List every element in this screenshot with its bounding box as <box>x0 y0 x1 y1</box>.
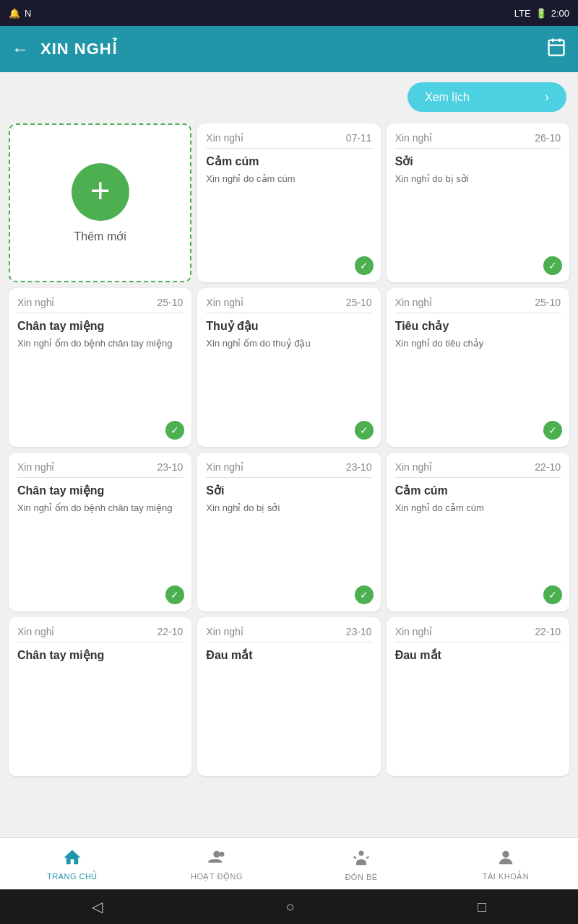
xem-lich-button[interactable]: Xem lịch › <box>407 82 566 112</box>
card-desc: Xin nghỉ do cảm cúm <box>395 502 561 515</box>
check-icon: ✓ <box>543 256 562 275</box>
card-title: Đau mắt <box>206 648 371 662</box>
nav-item-tai-khoan[interactable]: TÀI KHOẢN <box>434 838 578 889</box>
svg-rect-0 <box>549 40 564 56</box>
network-icon: N <box>25 8 31 19</box>
nav-label-hoat-dong: HOẠT ĐỘNG <box>191 872 243 881</box>
card-desc: Xin nghỉ do tiêu chảy <box>395 337 561 350</box>
check-icon: ✓ <box>355 256 374 275</box>
card-title: Cảm cúm <box>395 484 561 497</box>
card-header: Xin nghỉ 23-10 <box>206 461 371 478</box>
card-title: Cảm cúm <box>206 154 371 168</box>
nav-item-trang-chu[interactable]: TRANG CHỦ <box>0 838 144 889</box>
list-item[interactable]: Xin nghỉ 07-11 Cảm cúm Xin nghỉ do cảm c… <box>197 123 380 282</box>
list-item[interactable]: Xin nghỉ 22-10 Chân tay miệng <box>9 617 191 776</box>
list-item[interactable]: Xin nghỉ 25-10 Chân tay miệng Xin nghỉ ố… <box>9 288 191 447</box>
card-desc: Xin nghỉ ốm do bệnh chân tay miệng <box>17 337 183 350</box>
lte-icon: LTE <box>514 8 531 19</box>
card-date: 22-10 <box>158 626 184 637</box>
card-date: 23-10 <box>346 461 372 473</box>
card-date: 25-10 <box>158 297 184 308</box>
card-type: Xin nghỉ <box>17 461 54 473</box>
plus-icon: + <box>90 173 111 208</box>
add-new-card[interactable]: + Thêm mới <box>9 123 191 282</box>
check-icon: ✓ <box>165 585 184 604</box>
svg-point-4 <box>213 851 220 858</box>
notification-icon: 🔔 <box>9 8 20 19</box>
xem-lich-label: Xem lịch <box>425 90 470 104</box>
home-system-button[interactable]: ○ <box>268 893 311 921</box>
card-type: Xin nghỉ <box>17 626 54 637</box>
card-date: 23-10 <box>346 626 372 637</box>
list-item[interactable]: Xin nghỉ 26-10 Sởi Xin nghỉ do bị sởi ✓ <box>387 123 569 282</box>
card-date: 22-10 <box>535 626 561 637</box>
svg-point-7 <box>502 851 509 858</box>
back-system-button[interactable]: ◁ <box>74 892 120 921</box>
list-item[interactable]: Xin nghỉ 25-10 Thuỷ đậu Xin nghỉ ốm do t… <box>197 288 380 447</box>
card-title: Sởi <box>395 154 561 168</box>
system-nav: ◁ ○ □ <box>0 889 578 924</box>
pickup-icon <box>350 847 373 870</box>
card-header: Xin nghỉ 22-10 <box>395 626 561 642</box>
card-title: Chân tay miệng <box>17 319 183 333</box>
status-left-icons: 🔔 N <box>9 8 31 19</box>
list-item[interactable]: Xin nghỉ 23-10 Đau mắt <box>197 617 380 776</box>
card-title: Đau mắt <box>395 648 561 662</box>
card-desc: Xin nghỉ ốm do bệnh chân tay miệng <box>17 502 183 515</box>
bottom-nav: TRANG CHỦ HOẠT ĐỘNG ĐÓN BÉ <box>0 837 578 889</box>
check-icon: ✓ <box>165 421 184 440</box>
card-date: 22-10 <box>535 461 561 473</box>
card-desc: Xin nghỉ do bị sởi <box>395 173 561 186</box>
card-type: Xin nghỉ <box>206 461 243 473</box>
nav-label-don-be: ĐÓN BÉ <box>345 873 377 881</box>
card-type: Xin nghỉ <box>17 297 54 308</box>
chevron-right-icon: › <box>545 90 549 105</box>
recent-system-button[interactable]: □ <box>460 893 504 921</box>
add-circle: + <box>72 163 129 221</box>
check-icon: ✓ <box>355 421 374 440</box>
card-date: 25-10 <box>535 297 561 308</box>
add-label: Thêm mới <box>74 230 126 243</box>
calendar-icon <box>546 37 566 57</box>
battery-icon: 🔋 <box>535 8 547 19</box>
card-header: Xin nghỉ 25-10 <box>17 297 183 313</box>
card-header: Xin nghỉ 23-10 <box>17 461 183 478</box>
card-header: Xin nghỉ 25-10 <box>395 297 561 313</box>
card-type: Xin nghỉ <box>206 626 243 637</box>
card-type: Xin nghỉ <box>395 297 432 308</box>
list-item[interactable]: Xin nghỉ 22-10 Đau mắt <box>387 617 569 776</box>
card-type: Xin nghỉ <box>395 626 432 637</box>
card-header: Xin nghỉ 22-10 <box>17 626 183 642</box>
list-item[interactable]: Xin nghỉ 25-10 Tiêu chảy Xin nghỉ do tiê… <box>387 288 569 447</box>
card-date: 25-10 <box>346 297 372 308</box>
svg-point-5 <box>220 852 225 857</box>
activity-icon <box>205 846 228 869</box>
card-header: Xin nghỉ 25-10 <box>206 297 371 313</box>
card-type: Xin nghỉ <box>206 297 243 308</box>
top-bar: ← XIN NGHỈ <box>0 26 578 72</box>
back-button[interactable]: ← <box>12 39 29 59</box>
check-icon: ✓ <box>355 585 374 604</box>
card-date: 26-10 <box>535 132 561 144</box>
list-item[interactable]: Xin nghỉ 23-10 Sởi Xin nghỉ do bị sởi ✓ <box>197 453 380 611</box>
card-title: Chân tay miệng <box>17 484 183 497</box>
page-title: XIN NGHỈ <box>40 40 546 58</box>
cards-grid: + Thêm mới Xin nghỉ 07-11 Cảm cúm Xin ng… <box>0 118 578 782</box>
check-icon: ✓ <box>543 421 562 440</box>
nav-item-hoat-dong[interactable]: HOẠT ĐỘNG <box>144 838 289 889</box>
calendar-button[interactable] <box>546 37 566 61</box>
card-type: Xin nghỉ <box>206 132 243 144</box>
check-icon: ✓ <box>543 585 562 604</box>
nav-item-don-be[interactable]: ĐÓN BÉ <box>289 838 434 889</box>
nav-label-tai-khoan: TÀI KHOẢN <box>483 872 529 881</box>
home-icon <box>61 846 84 869</box>
card-title: Sởi <box>206 484 371 497</box>
card-type: Xin nghỉ <box>395 132 432 144</box>
card-title: Thuỷ đậu <box>206 319 371 333</box>
xem-lich-container: Xem lịch › <box>0 72 578 118</box>
card-date: 23-10 <box>158 461 184 473</box>
list-item[interactable]: Xin nghỉ 22-10 Cảm cúm Xin nghỉ do cảm c… <box>387 453 569 611</box>
card-header: Xin nghỉ 22-10 <box>395 461 561 478</box>
card-type: Xin nghỉ <box>395 461 432 473</box>
list-item[interactable]: Xin nghỉ 23-10 Chân tay miệng Xin nghỉ ố… <box>9 453 191 611</box>
